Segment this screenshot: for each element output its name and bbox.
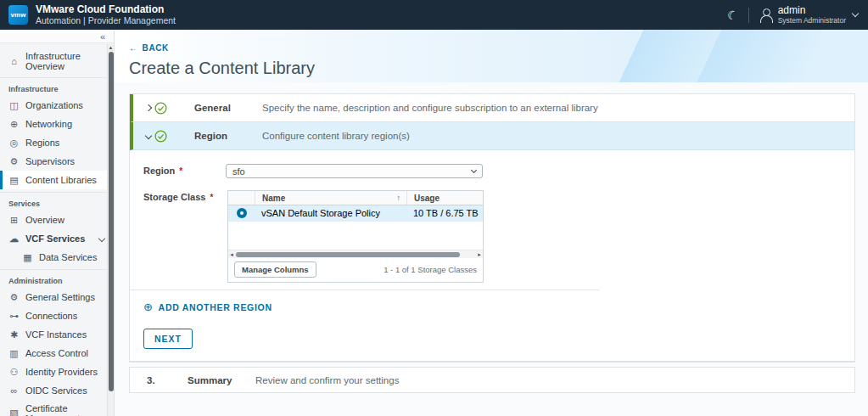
app-title-block: VMware Cloud Foundation Automation | Pro… (36, 4, 176, 26)
back-link[interactable]: ← BACK (129, 43, 169, 53)
page-content: General Specify the name, description an… (115, 82, 868, 416)
supervisors-icon: ⚙ (8, 156, 20, 167)
sidebar-item-label: Supervisors (25, 156, 75, 166)
sidebar-section-infrastructure: Infrastructure (0, 79, 114, 96)
step-description: Configure content library region(s) (262, 131, 410, 141)
oidc-services-icon: ∞ (8, 385, 20, 396)
sidebar-item-label: Networking (25, 119, 72, 129)
sidebar-item-data-services[interactable]: ▦ Data Services (0, 248, 114, 267)
wizard-step-general[interactable]: General Specify the name, description an… (130, 94, 854, 122)
back-link-label: BACK (143, 43, 169, 53)
step-label: Region (194, 131, 262, 141)
sidebar-item-networking[interactable]: ⊕ Networking (0, 115, 114, 133)
sort-ascending-icon[interactable]: ↑ (397, 194, 401, 202)
page-title: Create a Content Library (129, 59, 868, 78)
sidebar-item-oidc-services[interactable]: ∞ OIDC Services (0, 381, 114, 399)
vmware-logo: vmw (8, 5, 28, 25)
table-row[interactable]: vSAN Default Storage Policy 10 TB / 6.75… (228, 205, 483, 222)
sidebar-scrollbar-thumb[interactable] (109, 52, 114, 391)
next-button[interactable]: NEXT (143, 329, 193, 349)
usage-column-header[interactable]: Usage (406, 191, 483, 205)
connections-icon: ⊶ (8, 311, 20, 322)
sidebar-item-regions[interactable]: ◎ Regions (0, 133, 114, 152)
add-another-region-link[interactable]: ⊕ ADD ANOTHER REGION (143, 301, 272, 312)
scroll-left-icon[interactable]: ◂ (228, 251, 235, 258)
sidebar-item-general-settings[interactable]: ⚙ General Settings (0, 288, 114, 306)
sidebar-item-label: Overview (25, 215, 64, 225)
table-footer: Manage Columns 1 - 1 of 1 Storage Classe… (228, 258, 483, 282)
networking-icon: ⊕ (8, 119, 20, 130)
sidebar-item-vcf-services[interactable]: ☁ VCF Services (0, 229, 114, 248)
region-step-body: Region * sfo Storage Class * (130, 150, 854, 362)
sidebar-item-vcf-instances[interactable]: ✱ VCF Instances (0, 325, 114, 344)
header-divider (748, 8, 749, 23)
wizard-step-summary-card: 3. Summary Review and confirm your setti… (129, 367, 855, 393)
sidebar: « ⌂ Infrastructure Overview Infrastructu… (0, 30, 115, 416)
required-marker: * (210, 193, 213, 202)
step-complete-icon (154, 130, 167, 143)
sidebar-item-label: Infrastructure Overview (25, 51, 107, 71)
sidebar-collapse-strip: « (0, 30, 114, 43)
chevron-down-icon (143, 133, 154, 138)
table-header-row: Name ↑ Usage (228, 191, 483, 205)
wizard-step-summary[interactable]: 3. Summary Review and confirm your setti… (130, 368, 854, 392)
sidebar-item-organizations[interactable]: ◫ Organizations (0, 96, 114, 115)
region-select[interactable]: sfo (226, 164, 483, 178)
vcf-instances-icon: ✱ (8, 329, 20, 340)
dark-mode-toggle-icon[interactable]: ☾ (725, 7, 739, 23)
storage-class-table: Name ↑ Usage vSAN Default Storage Policy (227, 190, 484, 283)
sidebar-item-access-control[interactable]: ▥ Access Control (0, 344, 114, 363)
sidebar-section-administration: Administration (0, 271, 114, 288)
app-title: VMware Cloud Foundation (36, 4, 176, 16)
sidebar-scrollbar[interactable]: ▲ (107, 44, 114, 416)
regions-icon: ◎ (8, 138, 20, 149)
identity-providers-icon: ⚇ (8, 367, 20, 378)
region-field-label: Region * (143, 164, 226, 176)
user-role: System Administrator (778, 16, 846, 25)
sidebar-item-label: General Settings (25, 292, 95, 302)
scroll-up-icon[interactable]: ▲ (108, 44, 114, 51)
organizations-icon: ◫ (8, 100, 20, 111)
manage-columns-button[interactable]: Manage Columns (234, 261, 316, 278)
sidebar-item-content-libraries[interactable]: ▤ Content Libraries (0, 171, 114, 189)
region-select-value: sfo (232, 166, 245, 177)
storage-policy-usage: 10 TB / 6.75 TB (406, 205, 483, 221)
step-description: Specify the name, description and config… (262, 103, 598, 113)
back-arrow-icon: ← (129, 43, 138, 53)
sidebar-item-identity-providers[interactable]: ⚇ Identity Providers (0, 363, 114, 381)
sidebar-item-label: Access Control (25, 348, 88, 358)
overview-icon: ⊞ (8, 215, 20, 226)
sidebar-item-infrastructure-overview[interactable]: ⌂ Infrastructure Overview (0, 47, 114, 75)
page-header-band: ← BACK Create a Content Library (115, 30, 868, 82)
plus-circle-icon: ⊕ (143, 301, 154, 312)
sidebar-item-overview[interactable]: ⊞ Overview (0, 211, 114, 229)
row-radio-selected[interactable] (237, 208, 247, 218)
content-libraries-icon: ▤ (8, 175, 20, 186)
sidebar-collapse-icon[interactable]: « (100, 31, 105, 42)
scroll-right-icon[interactable]: ▸ (476, 251, 483, 258)
vcf-services-icon: ☁ (8, 233, 20, 245)
chevron-down-icon (471, 167, 477, 173)
table-horizontal-scrollbar[interactable]: ◂ ▸ (228, 250, 483, 258)
user-menu[interactable]: admin System Administrator (759, 5, 858, 25)
sidebar-item-certificate-management[interactable]: ▧ Certificate Management (0, 399, 114, 416)
sidebar-section-services: Services (0, 194, 114, 211)
storage-class-field-label: Storage Class * (143, 190, 226, 202)
sidebar-item-label: Connections (25, 311, 77, 321)
app-header: vmw VMware Cloud Foundation Automation |… (0, 0, 868, 30)
data-services-icon: ▦ (22, 252, 33, 263)
sidebar-item-label: Content Libraries (25, 175, 97, 185)
sidebar-item-label: VCF Instances (25, 329, 87, 340)
wizard-step-region[interactable]: Region Configure content library region(… (130, 122, 854, 150)
certificate-management-icon: ▧ (8, 408, 20, 416)
step-complete-icon (154, 102, 167, 115)
step-label: General (194, 103, 262, 113)
sidebar-item-connections[interactable]: ⊶ Connections (0, 306, 114, 325)
sidebar-item-label: Certificate Management (25, 403, 107, 416)
sidebar-item-label: OIDC Services (25, 385, 87, 396)
sidebar-item-supervisors[interactable]: ⚙ Supervisors (0, 152, 114, 171)
table-pagination-text: 1 - 1 of 1 Storage Classes (384, 265, 477, 274)
step-number: 3. (147, 375, 165, 385)
name-column-header[interactable]: Name ↑ (255, 191, 406, 205)
scrollbar-thumb[interactable] (236, 252, 460, 257)
